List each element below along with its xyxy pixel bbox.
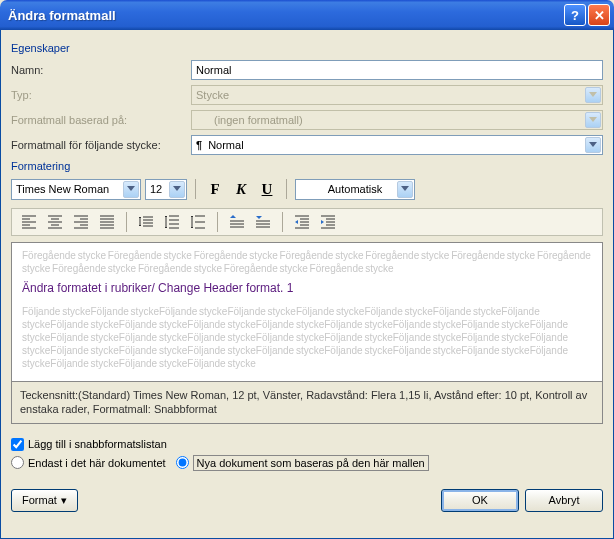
- thisdoc-radio[interactable]: [11, 456, 24, 469]
- align-center-button[interactable]: [44, 211, 66, 233]
- type-value: Stycke: [196, 89, 229, 101]
- close-button[interactable]: ✕: [588, 4, 610, 26]
- bold-button[interactable]: F: [204, 178, 226, 200]
- chevron-down-icon: [585, 87, 601, 103]
- space-before-dec-button[interactable]: [252, 211, 274, 233]
- style-description: Teckensnitt:(Standard) Times New Roman, …: [11, 382, 603, 424]
- preview-sample: Ändra formatet i rubriker/ Change Header…: [22, 281, 592, 295]
- chevron-down-icon: [169, 181, 185, 198]
- separator: [282, 212, 283, 232]
- color-value: Automatisk: [328, 183, 382, 195]
- space-before-inc-button[interactable]: [226, 211, 248, 233]
- quicklist-label: Lägg till i snabbformatslistan: [28, 438, 167, 450]
- properties-heading: Egenskaper: [11, 42, 603, 54]
- basedon-combo: (ingen formatmall): [191, 110, 603, 130]
- type-combo: Stycke: [191, 85, 603, 105]
- quicklist-checkbox[interactable]: [11, 438, 24, 451]
- pilcrow-icon: ¶: [196, 139, 202, 151]
- align-justify-button[interactable]: [96, 211, 118, 233]
- nextstyle-label: Formatmall för följande stycke:: [11, 139, 191, 151]
- newdocs-label: Nya dokument som baseras på den här mall…: [193, 455, 429, 471]
- formatting-heading: Formatering: [11, 160, 603, 172]
- separator: [195, 179, 196, 199]
- window-title: Ändra formatmall: [4, 8, 562, 23]
- font-value: Times New Roman: [16, 183, 109, 195]
- nextstyle-combo[interactable]: ¶ Normal: [191, 135, 603, 155]
- color-combo[interactable]: Automatisk: [295, 179, 415, 200]
- chevron-down-icon: [585, 137, 601, 153]
- indent-increase-button[interactable]: [317, 211, 339, 233]
- chevron-down-icon: ▾: [61, 494, 67, 507]
- size-combo[interactable]: 12: [145, 179, 187, 200]
- italic-button[interactable]: K: [230, 178, 252, 200]
- align-right-button[interactable]: [70, 211, 92, 233]
- align-left-button[interactable]: [18, 211, 40, 233]
- preview-after: Följande styckeFöljande styckeFöljande s…: [22, 305, 592, 370]
- nextstyle-value: Normal: [208, 139, 243, 151]
- name-input[interactable]: [191, 60, 603, 80]
- separator: [217, 212, 218, 232]
- titlebar: Ändra formatmall ? ✕: [0, 0, 614, 30]
- chevron-down-icon: [123, 181, 139, 198]
- thisdoc-label: Endast i det här dokumentet: [28, 457, 166, 469]
- name-label: Namn:: [11, 64, 191, 76]
- line-spacing-1-button[interactable]: [135, 211, 157, 233]
- line-spacing-15-button[interactable]: [161, 211, 183, 233]
- size-value: 12: [150, 183, 162, 195]
- font-combo[interactable]: Times New Roman: [11, 179, 141, 200]
- format-button-label: Format: [22, 494, 57, 506]
- chevron-down-icon: [397, 181, 413, 198]
- format-button[interactable]: Format ▾: [11, 489, 78, 512]
- ok-button[interactable]: OK: [441, 489, 519, 512]
- help-button[interactable]: ?: [564, 4, 586, 26]
- chevron-down-icon: [585, 112, 601, 128]
- separator: [126, 212, 127, 232]
- type-label: Typ:: [11, 89, 191, 101]
- basedon-label: Formatmall baserad på:: [11, 114, 191, 126]
- newdocs-radio[interactable]: [176, 456, 189, 469]
- underline-button[interactable]: U: [256, 178, 278, 200]
- indent-decrease-button[interactable]: [291, 211, 313, 233]
- line-spacing-2-button[interactable]: [187, 211, 209, 233]
- cancel-button[interactable]: Avbryt: [525, 489, 603, 512]
- basedon-value: (ingen formatmall): [214, 114, 303, 126]
- separator: [286, 179, 287, 199]
- preview-pane: Föregående stycke Föregående stycke Före…: [11, 242, 603, 382]
- preview-before: Föregående stycke Föregående stycke Före…: [22, 249, 592, 275]
- paragraph-toolbar: [11, 208, 603, 236]
